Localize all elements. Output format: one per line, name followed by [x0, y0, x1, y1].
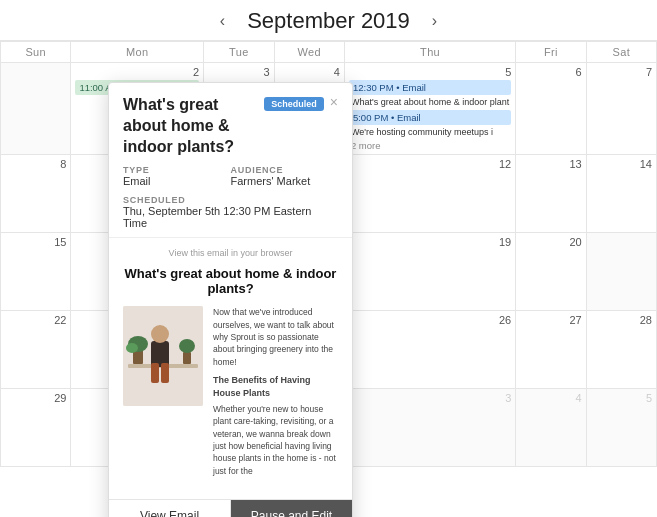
more-events-link[interactable]: 2 more — [349, 140, 511, 151]
svg-point-10 — [179, 339, 195, 353]
popup-preview: View this email in your browser What's g… — [109, 238, 352, 495]
day-header-sat: Sat — [587, 42, 657, 63]
day-cell-sep5[interactable]: 5 12:30 PM • Email What's great about ho… — [345, 63, 516, 155]
day-cell-oct4: 4 — [516, 389, 586, 467]
preview-browser-link[interactable]: View this email in your browser — [123, 248, 338, 258]
day-header-sun: Sun — [1, 42, 71, 63]
scheduled-badge: Scheduled — [264, 97, 324, 111]
month-title: September 2019 — [247, 8, 410, 34]
view-email-button[interactable]: View Email — [109, 500, 231, 517]
svg-rect-5 — [161, 363, 169, 383]
day-cell — [1, 63, 71, 155]
popup-actions: View Email Pause and Edit — [109, 499, 352, 517]
day-cell-sep27: 27 — [516, 311, 586, 389]
svg-rect-4 — [151, 363, 159, 383]
day-cell-oct5: 5 — [587, 389, 657, 467]
meta-audience-label: AUDIENCE Farmers' Market — [231, 165, 339, 187]
popup-scheduled-row: SCHEDULED Thu, September 5th 12:30 PM Ea… — [123, 195, 338, 229]
day-cell-sep8: 8 — [1, 155, 71, 233]
preview-image — [123, 306, 203, 406]
day-cell-sep7: 7 — [587, 63, 657, 155]
day-cell-sep22: 22 — [1, 311, 71, 389]
prev-month-button[interactable]: ‹ — [214, 10, 231, 32]
event-chip-email1-title[interactable]: What's great about home & indoor plant — [349, 96, 511, 109]
preview-image-svg — [123, 306, 203, 406]
day-cell-sep13: 13 — [516, 155, 586, 233]
preview-heading: What's great about home & indoor plants? — [123, 266, 338, 296]
preview-content: Now that we've introduced ourselves, we … — [123, 306, 338, 477]
pause-edit-button[interactable]: Pause and Edit — [231, 500, 352, 517]
day-cell-sep15: 15 — [1, 233, 71, 311]
svg-point-8 — [126, 343, 138, 353]
event-popup: What's great about home & indoor plants?… — [108, 82, 353, 517]
day-cell-oct3: 3 — [345, 389, 516, 467]
svg-point-3 — [151, 325, 169, 343]
popup-top: What's great about home & indoor plants?… — [109, 83, 352, 229]
day-cell — [587, 233, 657, 311]
day-cell-sep28: 28 — [587, 311, 657, 389]
meta-type-label: TYPE Email — [123, 165, 231, 187]
popup-title: What's great about home & indoor plants? — [123, 95, 264, 157]
day-header-fri: Fri — [516, 42, 586, 63]
svg-rect-9 — [183, 352, 191, 364]
day-cell-sep26: 26 — [345, 311, 516, 389]
day-cell-sep19: 19 — [345, 233, 516, 311]
preview-text-block: Now that we've introduced ourselves, we … — [213, 306, 338, 477]
event-chip-email1[interactable]: 12:30 PM • Email — [349, 80, 511, 95]
day-header-wed: Wed — [275, 42, 345, 63]
day-cell-sep12: 12 — [345, 155, 516, 233]
day-header-tue: Tue — [204, 42, 274, 63]
event-chip-email2[interactable]: 5:00 PM • Email — [349, 110, 511, 125]
popup-title-row: What's great about home & indoor plants?… — [123, 95, 338, 157]
popup-meta: TYPE Email AUDIENCE Farmers' Market — [123, 165, 338, 187]
day-cell-sep20: 20 — [516, 233, 586, 311]
day-cell-sep6: 6 — [516, 63, 586, 155]
calendar-header: ‹ September 2019 › — [0, 0, 657, 41]
day-header-thu: Thu — [345, 42, 516, 63]
close-button[interactable]: × — [330, 95, 338, 109]
next-month-button[interactable]: › — [426, 10, 443, 32]
day-header-mon: Mon — [71, 42, 204, 63]
day-cell-sep29: 29 — [1, 389, 71, 467]
day-cell-sep14: 14 — [587, 155, 657, 233]
event-chip-email2-title[interactable]: We're hosting community meetups i — [349, 126, 511, 139]
